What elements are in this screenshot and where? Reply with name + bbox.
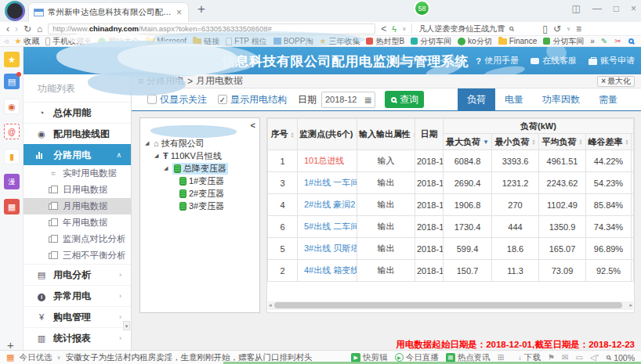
sidebar-sub-yearly[interactable]: 年用电数据 bbox=[24, 214, 131, 231]
share-icon[interactable]: < bbox=[381, 23, 386, 34]
logout-button[interactable]: ↪退出 bbox=[436, 55, 464, 67]
page-zoom-control[interactable]: 100% bbox=[606, 353, 635, 362]
tree-node-transformer-3[interactable]: 3#变压器 bbox=[140, 200, 259, 212]
flag-icon[interactable]: ⚑ bbox=[548, 353, 555, 362]
expander-icon[interactable]: ◢ bbox=[164, 165, 170, 171]
mini-window-icon[interactable]: ◫ bbox=[571, 3, 580, 14]
query-button[interactable]: 查询 bbox=[385, 91, 424, 108]
col-header-cut[interactable]: 负 bbox=[632, 134, 634, 150]
sidebar-item-power-analysis[interactable]: ▤ 用电分析 › bbox=[24, 264, 131, 285]
manga-app-icon[interactable]: 漫 bbox=[4, 174, 20, 189]
calendar-icon[interactable]: ▦ bbox=[364, 96, 371, 104]
scroll-right-icon[interactable]: ▸ bbox=[629, 302, 632, 308]
back-icon[interactable]: ‹ bbox=[6, 23, 9, 34]
online-service-link[interactable]: 在线客服 bbox=[531, 55, 577, 67]
tab-close-icon[interactable]: × bbox=[175, 7, 183, 18]
expander-icon[interactable]: ◢ bbox=[154, 153, 161, 159]
bookmark-site-nav[interactable]: 网址大全 bbox=[98, 36, 139, 47]
tree-node-line[interactable]: ◢ Ŧ 110KV吕恒线 bbox=[140, 150, 259, 162]
expander-icon[interactable]: ◢ bbox=[145, 140, 151, 146]
favorites-star-icon[interactable]: ★ bbox=[4, 52, 20, 67]
bookmark-ko[interactable]: ko分切 bbox=[458, 36, 492, 47]
bookmark-phone-favorites[interactable]: 手机收藏夹 bbox=[45, 36, 92, 47]
zoom-lens-icon[interactable] bbox=[628, 38, 634, 44]
tab-load[interactable]: 负荷 bbox=[458, 88, 495, 110]
bookmark-bopp[interactable]: BOPP淘 bbox=[273, 36, 313, 47]
date-input[interactable] bbox=[325, 95, 360, 104]
boss-window-icon[interactable]: ▭ bbox=[575, 353, 582, 362]
date-picker[interactable]: ▦ bbox=[321, 92, 375, 108]
bookmark-favorites[interactable]: ★收藏 bbox=[14, 36, 39, 47]
monitor-point-link[interactable]: 2#出线 豪润2 bbox=[304, 200, 355, 209]
tab-energy[interactable]: 电量 bbox=[495, 88, 533, 110]
bookmark-ftp[interactable]: FTP 根位 bbox=[226, 36, 266, 47]
tree-node-transformer-2[interactable]: 2#变压器 bbox=[140, 187, 259, 200]
ticker-caret-icon[interactable]: ∨ bbox=[56, 355, 60, 361]
accelerate-icon[interactable]: ϟ bbox=[392, 24, 397, 34]
manual-link[interactable]: ?使用手册 bbox=[476, 55, 519, 67]
game-app-icon[interactable]: ▦ bbox=[4, 199, 20, 214]
only-followed-label[interactable]: 仅显示关注 bbox=[160, 93, 207, 106]
url-input[interactable]: http://www.chinadny.com/Main.aspx?token=… bbox=[48, 23, 375, 34]
scan-icon[interactable]: ⊞ bbox=[498, 353, 504, 362]
new-tab-button[interactable]: + bbox=[197, 2, 205, 17]
sidebar-sub-compare[interactable]: 监测点对比分析 bbox=[24, 231, 131, 247]
sidebar-scroll-down[interactable]: ▾ bbox=[123, 321, 130, 330]
card-app-icon[interactable]: ▤ bbox=[4, 74, 20, 89]
monitor-point-link[interactable]: 4#出线 箱变线4 bbox=[304, 265, 357, 275]
hamburger-icon[interactable]: ≡ bbox=[138, 76, 143, 87]
weibo-icon[interactable]: ◉ bbox=[4, 99, 20, 114]
notebook-icon[interactable]: ▮ bbox=[4, 149, 20, 164]
search-icon[interactable] bbox=[509, 27, 514, 31]
url-dropdown-icon[interactable]: ∨ bbox=[402, 26, 406, 32]
sidebar-sub-monthly[interactable]: 月用电数据 bbox=[24, 198, 131, 214]
col-header-rate[interactable]: 峰谷差率 bbox=[586, 134, 632, 150]
bookmarks-collapse-icon[interactable]: ◁ bbox=[4, 38, 8, 45]
tree-collapse-icon[interactable]: < bbox=[251, 121, 255, 130]
account-apply-link[interactable]: 账号申请 bbox=[588, 55, 635, 67]
refresh-icon[interactable]: ↻ bbox=[24, 23, 31, 34]
browser-avatar[interactable] bbox=[5, 1, 25, 21]
mute-icon[interactable]: ◁× bbox=[590, 353, 599, 362]
col-header-max[interactable]: 最大负荷▼ bbox=[444, 134, 492, 150]
col-header-attr[interactable]: 输入输出属性 bbox=[357, 119, 415, 150]
sidebar-sub-three-phase[interactable]: 三相不平衡分析 bbox=[24, 247, 131, 264]
user-menu[interactable]: zhcl bbox=[398, 56, 425, 66]
sidebar-item-abnormal-power[interactable]: i 异常用电 › bbox=[24, 285, 131, 306]
maximize-button[interactable]: × 最大化 bbox=[597, 76, 635, 87]
bookmark-folder-links[interactable]: 链接 bbox=[193, 36, 219, 47]
col-header-seq[interactable]: 序号 bbox=[268, 119, 298, 150]
col-header-point[interactable]: 监测点(共6个) bbox=[298, 119, 357, 150]
monitor-point-link[interactable]: 3#出线 贝斯塔德3 bbox=[304, 243, 357, 253]
scissors-icon[interactable]: ✂ bbox=[614, 37, 621, 45]
horizontal-scrollbar[interactable]: ◂ ▸ bbox=[268, 301, 633, 310]
feedback-icon[interactable]: ✉ bbox=[562, 353, 568, 362]
tree-node-main-transformer[interactable]: ◢ 总降变压器 bbox=[140, 162, 259, 175]
tree-node-transformer-1[interactable]: 1#变压器 bbox=[140, 175, 259, 187]
close-icon[interactable]: × bbox=[631, 3, 636, 14]
sidebar-item-branch-power[interactable]: 分路用电 ∧ bbox=[24, 144, 131, 165]
undo-icon[interactable]: ↺ bbox=[553, 23, 561, 34]
bookmark-slitting-2[interactable]: 分切车间 bbox=[543, 36, 584, 47]
search-input[interactable]: 凡人逆袭变身仙王战九霄 bbox=[418, 23, 505, 34]
monitor-point-link[interactable]: 101总进线 bbox=[304, 156, 344, 165]
undo-dropdown-icon[interactable]: ∨ bbox=[567, 26, 570, 32]
browser-tab[interactable]: 常州新申达信息科技有限公司配… × bbox=[28, 2, 189, 22]
bookmark-heat-seal[interactable]: 热封型B bbox=[366, 36, 404, 47]
tree-node-company[interactable]: ◢ ⌂ 技有限公司 bbox=[140, 137, 259, 150]
restore-icon[interactable]: □ bbox=[614, 3, 619, 14]
menu-icon[interactable]: ≡ bbox=[576, 23, 581, 34]
bookmark-slitting-1[interactable]: 分切车间 bbox=[411, 36, 451, 47]
monitor-point-link[interactable]: 1#出线 一车间 bbox=[304, 178, 357, 187]
minimize-icon[interactable]: — bbox=[592, 3, 602, 14]
home-icon[interactable]: ⌂ bbox=[37, 23, 42, 34]
tab-demand[interactable]: 需量 bbox=[589, 88, 627, 110]
sidebar-item-statistics-report[interactable]: ▥ 统计报表 › bbox=[24, 327, 131, 348]
speed-score-badge[interactable]: 58 bbox=[414, 0, 430, 16]
bookmark-folder-microsoft[interactable]: Microsof bbox=[146, 37, 187, 45]
bookmark-folder-finance[interactable]: Finance bbox=[498, 37, 538, 45]
show-structure-label[interactable]: 显示用电结构 bbox=[230, 93, 287, 106]
selected-tree-node[interactable]: 总降变压器 bbox=[172, 163, 228, 175]
bookmarks-more-icon[interactable]: » bbox=[590, 37, 595, 45]
bookmark-three-year[interactable]: ★三年收集 bbox=[319, 36, 360, 47]
